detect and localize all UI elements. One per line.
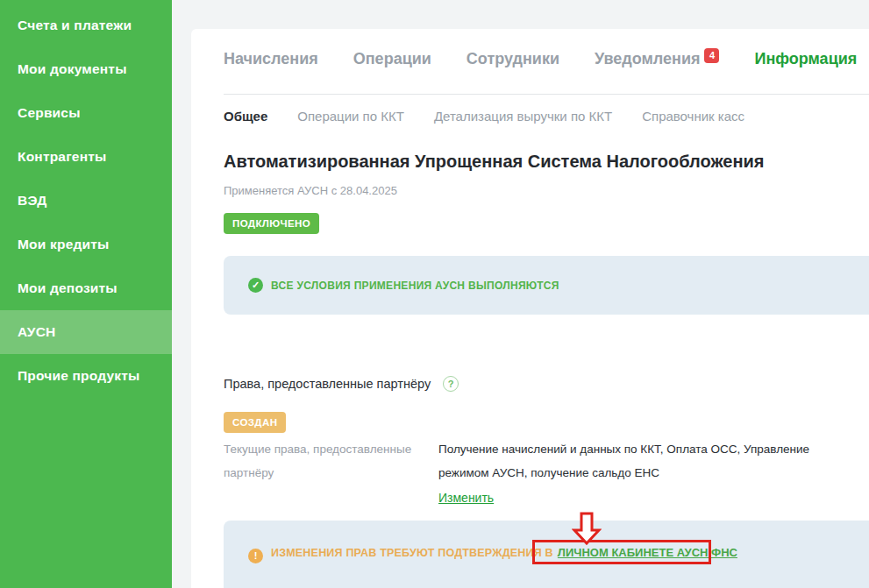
sidebar-item-my-credits[interactable]: Мои кредиты (0, 223, 172, 266)
status-badge-created: СОЗДАН (224, 412, 286, 433)
subtab-general[interactable]: Общее (224, 109, 267, 124)
sidebar-item-label: АУСН (18, 324, 55, 340)
sidebar-item-ausn[interactable]: АУСН (0, 310, 172, 354)
tab-notifications-label: Уведомления (595, 50, 701, 67)
subtab-kkt-operations[interactable]: Операции по ККТ (297, 109, 404, 124)
sidebar-item-label: Прочие продукты (18, 368, 139, 384)
sidebar-item-label: Контрагенты (18, 149, 106, 165)
sidebar-item-label: Сервисы (18, 105, 81, 121)
tab-information[interactable]: Информация (754, 50, 857, 68)
sidebar-item-other-products[interactable]: Прочие продукты (0, 354, 172, 398)
conditions-banner-text: ВСЕ УСЛОВИЯ ПРИМЕНЕНИЯ АУСН ВЫПОЛНЯЮТСЯ (271, 280, 559, 292)
current-rights-label: Текущие права, предоставленные партнёру (224, 437, 430, 485)
applied-since-text: Применяется АУСН с 28.04.2025 (224, 184, 397, 197)
fns-cabinet-link[interactable]: ЛИЧНОМ КАБИНЕТЕ АУСН ФНС (558, 546, 737, 559)
sidebar: Счета и платежи Мои документы Сервисы Ко… (0, 0, 172, 588)
help-icon[interactable]: ? (443, 376, 459, 392)
tabs-divider (224, 94, 869, 95)
check-circle-icon: ✓ (248, 278, 263, 293)
sidebar-item-label: Мои депозиты (18, 280, 118, 296)
sidebar-item-services[interactable]: Сервисы (0, 91, 172, 135)
conditions-banner: ✓ ВСЕ УСЛОВИЯ ПРИМЕНЕНИЯ АУСН ВЫПОЛНЯЮТС… (224, 256, 869, 315)
edit-rights-link[interactable]: Изменить (438, 491, 494, 505)
sub-tabs: Общее Операции по ККТ Детализация выручк… (224, 109, 744, 124)
status-badge-connected: ПОДКЛЮЧЕНО (224, 213, 319, 234)
sidebar-item-label: Мои кредиты (18, 237, 109, 252)
sidebar-item-label: ВЭД (18, 193, 46, 209)
tab-accruals[interactable]: Начисления (224, 50, 318, 68)
sidebar-item-my-deposits[interactable]: Мои депозиты (0, 266, 172, 310)
sidebar-item-accounts-payments[interactable]: Счета и платежи (0, 4, 172, 47)
partner-rights-title: Права, предоставленные партнёру ? (224, 376, 459, 392)
content-card: Начисления Операции Сотрудники Уведомлен… (191, 29, 869, 588)
header-tabs: Начисления Операции Сотрудники Уведомлен… (224, 50, 857, 68)
sidebar-item-counterparties[interactable]: Контрагенты (0, 135, 172, 179)
subtab-kkt-revenue-detail[interactable]: Детализация выручки по ККТ (434, 109, 612, 124)
warning-circle-icon: ! (248, 549, 263, 563)
sidebar-item-label: Мои документы (18, 61, 127, 77)
current-rights-value: Получение начислений и данных по ККТ, Оп… (438, 437, 859, 485)
partner-rights-title-text: Права, предоставленные партнёру (224, 377, 431, 391)
sidebar-item-label: Счета и платежи (18, 18, 132, 33)
warning-banner: !ИЗМЕНЕНИЯ ПРАВ ТРЕБУЮТ ПОДТВЕРЖДЕНИЯ ВЛ… (224, 521, 869, 588)
sidebar-item-my-documents[interactable]: Мои документы (0, 47, 172, 91)
page-title: Автоматизированная Упрощенная Система На… (224, 152, 765, 172)
sidebar-item-ved[interactable]: ВЭД (0, 179, 172, 223)
tab-employees[interactable]: Сотрудники (467, 50, 559, 68)
subtab-cash-register-directory[interactable]: Справочник касс (642, 109, 744, 124)
tab-operations[interactable]: Операции (353, 50, 431, 68)
notifications-count-badge: 4 (704, 48, 719, 63)
tab-notifications[interactable]: Уведомления4 (595, 50, 720, 68)
warning-banner-text: ИЗМЕНЕНИЯ ПРАВ ТРЕБУЮТ ПОДТВЕРЖДЕНИЯ В (271, 547, 553, 559)
warning-banner-line: !ИЗМЕНЕНИЯ ПРАВ ТРЕБУЮТ ПОДТВЕРЖДЕНИЯ ВЛ… (248, 544, 869, 563)
